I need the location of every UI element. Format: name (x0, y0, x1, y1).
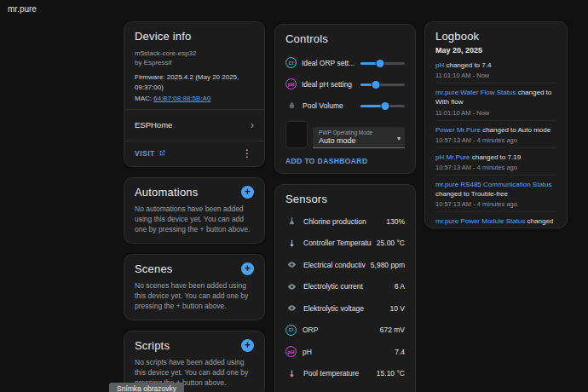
right-column: Logbook May 20, 2025 pH changed to 7.4 1… (424, 21, 568, 228)
entity-link[interactable]: Power Mr.Pure (435, 126, 481, 134)
volume-slider[interactable] (360, 101, 405, 111)
entity-link[interactable]: mr.pure Water Flow Status (435, 89, 516, 96)
entity-link[interactable]: pH (435, 61, 444, 69)
sensor-value: 130% (386, 217, 405, 226)
logbook-date: May 20, 2025 (435, 46, 556, 55)
select-label: PWP Operating Mode (319, 130, 391, 135)
flask-icon (285, 216, 297, 226)
logbook-entry: mr.pure RS485 Communication Status chang… (435, 176, 556, 212)
sensor-row[interactable]: pH pH 7.4 (285, 341, 405, 363)
sensor-label: Pool temperature (303, 369, 372, 378)
sensor-label: Electrolytic current (303, 282, 389, 291)
entry-time: 10:57:13 AM - 4 minutes ago (435, 200, 556, 208)
sensor-value: 7.4 (395, 348, 405, 356)
visit-label: VISIT (135, 149, 155, 158)
orp-slider[interactable] (360, 58, 405, 68)
sensor-row[interactable]: Cl ORP 672 mV (285, 320, 405, 342)
scenes-card: Scenes + No scenes have been added using… (124, 254, 265, 320)
integration-name: ESPHome (135, 120, 172, 130)
visit-link[interactable]: VISIT (135, 149, 166, 158)
device-manufacturer: by Espressif (135, 58, 254, 67)
device-photo-thumbnail (285, 121, 308, 148)
water-drop-icon (285, 101, 297, 110)
sensor-label: ORP (303, 326, 375, 334)
chlorine-icon: Cl (285, 57, 297, 68)
sensor-row[interactable]: Elektrolytic voltage 10 V (285, 297, 405, 320)
more-options-icon[interactable]: ⋮ (240, 148, 254, 159)
chevron-right-icon: › (251, 120, 254, 130)
entry-time: 11:01:10 AM - Now (435, 72, 556, 79)
add-script-button[interactable]: + (241, 339, 254, 352)
sensor-label: Elektrolytic voltage (303, 304, 385, 313)
sensor-row[interactable]: Electrical conductivity 5,980 ppm (285, 254, 405, 276)
middle-column: Controls Cl Ideal ORP sett... pH Ideal p… (274, 24, 416, 392)
logbook-entry: Power Mr.Pure changed to Auto mode 10:57… (435, 121, 556, 148)
operating-mode-row: PWP Operating Mode Auto mode ▾ (285, 121, 405, 148)
eye-icon (285, 303, 297, 313)
automations-card: Automations + No automations have been a… (124, 177, 265, 244)
logbook-entry: mr.pure Power Module Status changed to (435, 212, 556, 228)
control-label: Pool Volume (303, 101, 360, 110)
sensor-value: 10 V (390, 304, 406, 313)
scenes-empty-text: No scenes have been added using this dev… (135, 280, 254, 312)
control-label: Ideal pH setting (302, 80, 360, 89)
open-in-new-icon (159, 149, 166, 157)
entry-action: changed to Auto mode (481, 126, 551, 134)
sensors-card: Sensors Chlorine production 130% Control… (274, 184, 416, 392)
entity-link[interactable]: mr.pure Power Module Status (435, 217, 525, 225)
add-to-dashboard-link[interactable]: ADD TO DASHBOARD (285, 157, 405, 165)
controls-card: Controls Cl Ideal ORP sett... pH Ideal p… (274, 24, 416, 174)
sensor-row[interactable]: Controller Temperature 25.00 °C (285, 233, 405, 255)
eye-icon (285, 282, 297, 291)
mac-label: MAC: (135, 95, 153, 102)
device-info-footer: VISIT ⋮ (135, 148, 254, 159)
page-title: mr.pure (8, 4, 37, 14)
left-column: Device info m5stack-core-esp32 by Espres… (124, 21, 265, 392)
ph-icon: pH (285, 78, 297, 89)
sensor-row[interactable]: Electrolytic current 6 A (285, 276, 405, 298)
screenshot-button[interactable]: Snímka obrazovky (109, 383, 184, 392)
scripts-title: Scripts (135, 339, 170, 352)
sensor-row[interactable]: Chlorine production 130% (285, 210, 405, 233)
ph-slider[interactable] (360, 79, 405, 89)
integration-row-esphome[interactable]: ESPHome › (135, 117, 254, 134)
control-row-orp: Cl Ideal ORP sett... (285, 52, 405, 73)
entity-link[interactable]: mr.pure RS485 Communication Status (435, 181, 552, 188)
sensor-row-partial[interactable] (285, 384, 405, 392)
scenes-title: Scenes (135, 262, 173, 275)
mac-link[interactable]: 64:B7:08:88:5B:A0 (153, 95, 210, 102)
entry-time: 11:01:10 AM - Now (435, 109, 556, 117)
chlorine-icon: Cl (285, 325, 297, 336)
automations-title: Automations (135, 186, 198, 199)
select-value: Auto mode (319, 136, 391, 145)
logbook-title: Logbook (435, 30, 556, 43)
logbook-entry: pH changed to 7.4 11:01:10 AM - Now (435, 56, 556, 84)
add-scene-button[interactable]: + (241, 262, 254, 275)
logbook-entry: pH Mr.Pure changed to 7.19 10:57:13 AM -… (435, 148, 556, 176)
eye-icon (285, 260, 297, 269)
automations-empty-text: No automations have been added using thi… (135, 204, 254, 235)
sensor-label: Controller Temperature (303, 239, 372, 247)
entity-link[interactable]: pH Mr.Pure (435, 153, 470, 161)
device-firmware: Firmware: 2025.4.2 (May 20 2025, 09:37:0… (135, 72, 254, 91)
sensor-label: Electrical conductivity (303, 261, 366, 269)
device-mac: MAC: 64:B7:08:88:5B:A0 (135, 95, 254, 102)
entry-action: changed to 7.19 (470, 153, 521, 161)
entry-action: changed to 7.4 (444, 61, 491, 69)
sensor-row[interactable]: Pool temperature 15.10 °C (285, 363, 405, 385)
add-automation-button[interactable]: + (241, 186, 254, 199)
sensor-value: 672 mV (380, 326, 405, 334)
sensor-value: 15.10 °C (377, 369, 405, 378)
chevron-down-icon: ▾ (397, 135, 401, 142)
sensor-value: 25.00 °C (377, 239, 405, 247)
sensors-title: Sensors (285, 193, 405, 205)
entry-action: changed to Trouble-free (435, 190, 508, 198)
logbook-card: Logbook May 20, 2025 pH changed to 7.4 1… (424, 21, 568, 228)
divider (124, 141, 264, 141)
thermometer-icon (285, 239, 297, 248)
device-info-title: Device info (135, 30, 254, 43)
entry-time: 10:57:13 AM - 4 minutes ago (435, 136, 556, 144)
device-model: m5stack-core-esp32 (135, 49, 254, 58)
operating-mode-select[interactable]: PWP Operating Mode Auto mode ▾ (313, 127, 405, 148)
sensor-value: 5,980 ppm (371, 261, 405, 269)
